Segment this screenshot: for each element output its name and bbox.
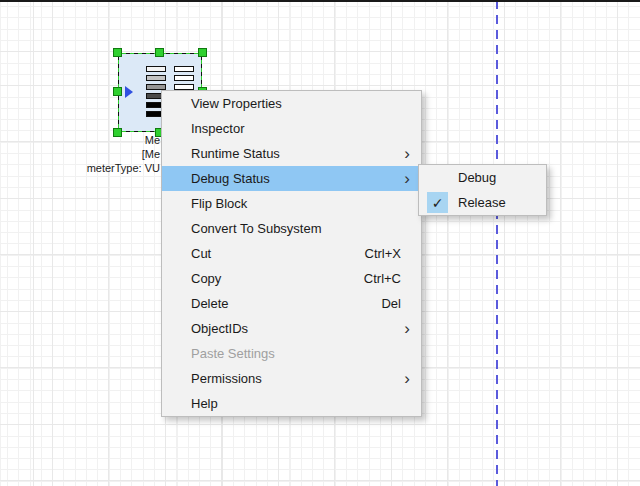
selection-handle[interactable] [113, 87, 122, 96]
menu-item-copy[interactable]: Copy Ctrl+C [162, 266, 421, 291]
menu-item-label: Copy [191, 271, 364, 286]
selection-handle[interactable] [155, 48, 164, 57]
block-type-text: [Me [0, 147, 160, 161]
diagram-canvas[interactable]: Me [Me meterType: VU View Properties Ins… [0, 0, 640, 486]
check-cell [427, 167, 448, 188]
menu-item-runtime-status[interactable]: Runtime Status › [162, 141, 421, 166]
selection-handle[interactable] [113, 48, 122, 57]
menu-item-delete[interactable]: Delete Del [162, 291, 421, 316]
menu-item-label: Paste Settings [191, 346, 421, 361]
menu-item-objectids[interactable]: ObjectIDs › [162, 316, 421, 341]
submenu-arrow-icon: › [399, 320, 415, 337]
submenu-item-debug[interactable]: Debug [419, 165, 546, 190]
menu-item-cut[interactable]: Cut Ctrl+X [162, 241, 421, 266]
menu-item-flip-block[interactable]: Flip Block [162, 191, 421, 216]
signal-wire[interactable] [0, 0, 640, 2]
selection-handle[interactable] [198, 48, 207, 57]
menu-item-label: View Properties [191, 96, 421, 111]
menu-item-convert-to-subsystem[interactable]: Convert To Subsystem [162, 216, 421, 241]
menu-item-label: Flip Block [191, 196, 421, 211]
submenu-arrow-icon: › [399, 370, 415, 387]
checkmark-icon: ✓ [427, 192, 448, 213]
menu-item-label: Convert To Subsystem [191, 221, 421, 236]
menu-item-help[interactable]: Help [162, 391, 421, 416]
alignment-guide-line [496, 0, 498, 486]
menu-item-label: ObjectIDs [191, 321, 399, 336]
menu-item-label: Cut [191, 246, 365, 261]
menu-item-shortcut: Ctrl+X [365, 246, 401, 261]
menu-item-label: Debug Status [191, 171, 399, 186]
block-name-text: Me [0, 133, 160, 147]
block-property-text: meterType: VU [0, 161, 160, 175]
context-menu: View Properties Inspector Runtime Status… [161, 90, 422, 417]
menu-item-inspector[interactable]: Inspector [162, 116, 421, 141]
menu-item-shortcut: Ctrl+C [364, 271, 401, 286]
debug-status-submenu: Debug ✓ Release [418, 164, 547, 216]
input-port-icon [125, 86, 133, 98]
submenu-arrow-icon: › [399, 145, 415, 162]
menu-item-label: Delete [191, 296, 381, 311]
submenu-item-label: Release [458, 195, 546, 210]
menu-item-view-properties[interactable]: View Properties [162, 91, 421, 116]
menu-item-label: Permissions [191, 371, 399, 386]
menu-item-debug-status[interactable]: Debug Status › [162, 166, 421, 191]
submenu-arrow-icon: › [399, 170, 415, 187]
menu-item-label: Runtime Status [191, 146, 399, 161]
block-label: Me [Me meterType: VU [0, 133, 160, 175]
menu-item-label: Inspector [191, 121, 421, 136]
menu-item-permissions[interactable]: Permissions › [162, 366, 421, 391]
submenu-item-release[interactable]: ✓ Release [419, 190, 546, 215]
submenu-item-label: Debug [458, 170, 546, 185]
menu-item-label: Help [191, 396, 421, 411]
menu-item-paste-settings: Paste Settings [162, 341, 421, 366]
menu-item-shortcut: Del [381, 296, 401, 311]
